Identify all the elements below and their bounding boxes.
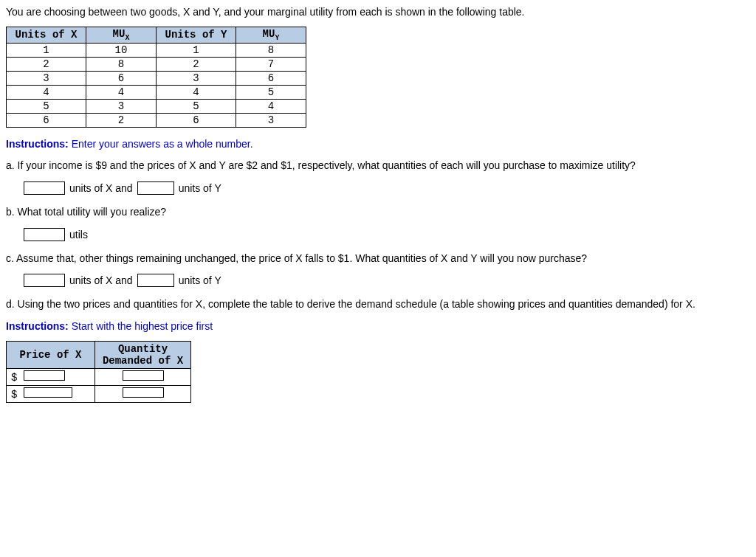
input-c-units-y[interactable] [137, 274, 174, 287]
dollar-sign: $ [11, 389, 17, 401]
question-b: b. What total utility will you realize? [6, 205, 750, 219]
input-price-2[interactable] [24, 387, 72, 398]
answer-b: utils [24, 228, 750, 241]
question-d: d. Using the two prices and quantities f… [6, 297, 750, 311]
label-utils: utils [69, 229, 88, 241]
question-a: a. If your income is $9 and the prices o… [6, 159, 750, 173]
input-a-units-y[interactable] [137, 181, 174, 195]
table-row: 4445 [7, 85, 306, 99]
table-row: 5354 [7, 99, 306, 113]
input-price-1[interactable] [24, 370, 65, 381]
header-mux: MUX [86, 27, 157, 44]
header-units-y: Units of Y [157, 27, 236, 44]
demand-schedule-table: Price of X Quantity Demanded of X $ $ [6, 341, 191, 403]
marginal-utility-table: Units of X MUX Units of Y MUY 11018 2827… [6, 27, 306, 128]
header-units-x: Units of X [7, 27, 86, 44]
header-muy: MUY [236, 27, 306, 44]
table-row: 3636 [7, 71, 306, 85]
header-price-x: Price of X [7, 342, 95, 369]
input-b-utils[interactable] [24, 228, 65, 241]
demand-row: $ [7, 369, 191, 386]
demand-row: $ [7, 386, 191, 403]
input-a-units-x[interactable] [24, 181, 65, 195]
intro-text: You are choosing between two goods, X an… [6, 6, 750, 18]
table-row: 2827 [7, 57, 306, 71]
mu-table-body: 11018 2827 3636 4445 5354 6263 [7, 43, 306, 127]
label-units-y: units of Y [179, 182, 221, 194]
label-units-x-and-c: units of X and [69, 274, 133, 286]
table-row: 11018 [7, 43, 306, 57]
input-qty-1[interactable] [123, 370, 164, 381]
instructions-2: Instructions: Start with the highest pri… [6, 320, 750, 332]
dollar-sign: $ [11, 372, 17, 384]
label-units-y-c: units of Y [179, 274, 221, 286]
instructions-1: Instructions: Enter your answers as a wh… [6, 138, 750, 150]
input-c-units-x[interactable] [24, 274, 65, 287]
answer-c: units of X and units of Y [24, 274, 750, 287]
table-row: 6263 [7, 113, 306, 127]
answer-a: units of X and units of Y [24, 181, 750, 195]
header-qty-demanded: Quantity Demanded of X [95, 342, 191, 369]
question-c: c. Assume that, other things remaining u… [6, 252, 750, 266]
label-units-x-and: units of X and [69, 182, 133, 194]
input-qty-2[interactable] [123, 387, 164, 398]
